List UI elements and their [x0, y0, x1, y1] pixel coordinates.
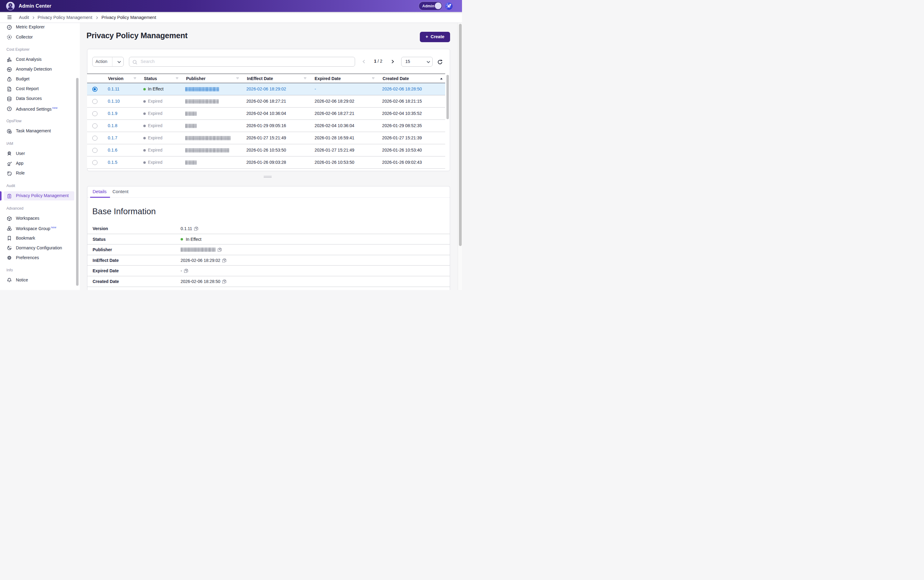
svg-text:$: $	[8, 107, 10, 110]
svg-text:$: $	[8, 78, 10, 81]
svg-text:$: $	[8, 88, 10, 91]
svg-text:z: z	[10, 246, 11, 247]
